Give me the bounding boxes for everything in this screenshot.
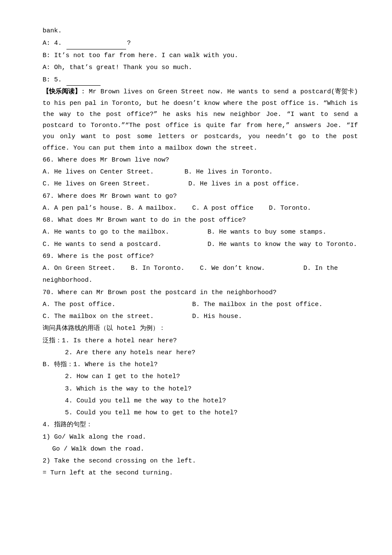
q69-neighborhood: neighborhood. — [43, 275, 358, 286]
line-b-walk: B: It’s not too far from here. I can wal… — [43, 50, 358, 61]
q69: 69. Where is the post office? — [43, 251, 358, 262]
q67-opts: A. A pen pal’s house. B. A mailbox. C. A… — [43, 203, 358, 214]
specific-label: B. 特指：1. Where is the hotel? — [43, 359, 358, 370]
line-a4: A: 4. ? — [43, 38, 358, 49]
q70-ab: A. The post office. B. The mailbox in th… — [43, 299, 358, 310]
line-b5: B: 5. — [43, 74, 358, 86]
dir-1b: Go / Walk down the road. — [52, 444, 358, 455]
reading-label: 【快乐阅读】 — [43, 88, 81, 95]
blank-4 — [66, 38, 126, 49]
main-content: bank. A: 4. ? B: It’s not too far from h… — [43, 26, 358, 479]
directions-header: 4. 指路的句型： — [43, 419, 358, 431]
specific-3: 3. Which is the way to the hotel? — [65, 384, 358, 395]
specific-4: 4. Could you tell me the way to the hote… — [65, 396, 358, 407]
q66-cd: C. He lives on Green Street. D. He lives… — [43, 179, 358, 190]
specific-2: 2. How can I get to the hotel? — [65, 371, 358, 382]
line-a-great: A: Oh, that’s great! Thank you so much. — [43, 62, 358, 73]
specific-5: 5. Could you tell me how to get to the h… — [65, 408, 358, 419]
q70: 70. Where can Mr Brown post the postcard… — [43, 287, 358, 298]
dir-1: 1) Go/ Walk along the road. — [43, 432, 358, 443]
general-1: 泛指：1. Is there a hotel near here? — [43, 335, 358, 347]
dir-2: 2) Take the second crossing on the left. — [43, 456, 358, 467]
q66: 66. Where does Mr Brown live now? — [43, 155, 358, 166]
dir-2b: = Turn left at the second turning. — [43, 468, 358, 479]
q66-ab: A. He lives on Center Street. B. He live… — [43, 167, 358, 178]
q67: 67. Where does Mr Brown want to go? — [43, 191, 358, 202]
blank-5 — [66, 74, 101, 86]
q69-opts: A. On Green Street. B. In Toronto. C. We… — [43, 263, 358, 274]
line-bank: bank. — [43, 26, 358, 37]
q68-ab: A. He wants to go to the mailbox. B. He … — [43, 227, 358, 238]
q70-cd: C. The mailbox on the street. D. His hou… — [43, 311, 358, 322]
q68-cd: C. He wants to send a postcard. D. He wa… — [43, 239, 358, 250]
q68: 68. What does Mr Brown want to do in the… — [43, 215, 358, 226]
section-inquiry: 询问具体路线的用语（以 hotel 为例）： — [43, 323, 358, 334]
general-2: 2. Are there any hotels near here? — [65, 347, 358, 358]
reading-passage: 【快乐阅读】: Mr Brown lives on Green Street n… — [43, 87, 358, 154]
